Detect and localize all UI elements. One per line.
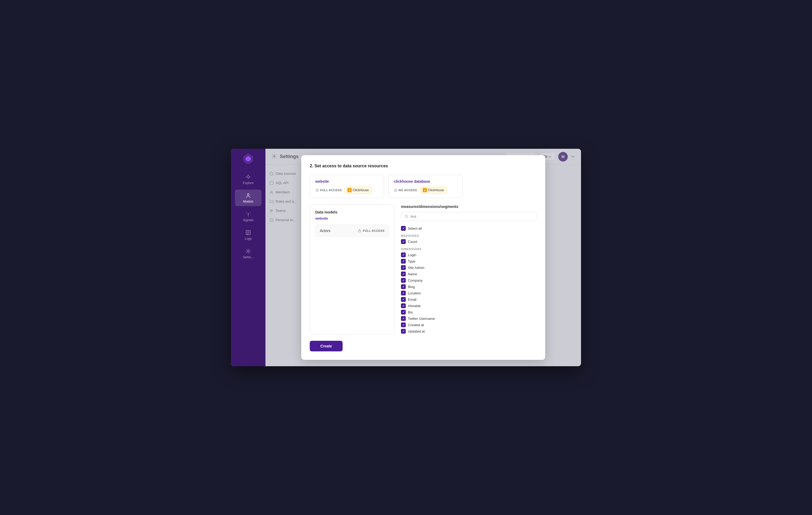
location-check-icon [401,291,406,295]
created-at-check-icon [401,322,406,327]
count-check-icon [401,239,406,244]
app-window: Explore Models Signals [231,149,581,366]
model-access-badge: FULL ACCESS [358,229,384,233]
sidebar-item-logs[interactable]: Logs [235,227,261,243]
svg-point-7 [248,250,249,252]
measures-search-input[interactable] [410,214,533,219]
datasource-name-website: website [315,179,378,183]
sidebar-item-signals[interactable]: Signals [235,208,261,225]
bottom-section: Data models website Actors FULL ACCESS [310,204,537,335]
checkbox-bio[interactable]: Bio [401,309,537,315]
hireable-check-icon [401,304,406,308]
updated-at-check-icon [401,329,406,334]
svg-rect-18 [358,230,361,232]
svg-rect-17 [395,190,397,192]
sidebar-item-label: Models [243,200,254,203]
clickhouse-icon-2: ▲ [423,188,427,192]
checkbox-site-admin[interactable]: Site Admin [401,264,537,271]
measures-title: measures/dimensions/segments [401,204,537,209]
sidebar-item-label: Signals [243,218,253,222]
select-all-checkbox[interactable]: Select all [401,225,537,231]
measures-search-box[interactable] [401,212,537,221]
settings-icon [245,248,252,254]
no-access-badge: NO ACCESS [394,188,417,192]
type-check-icon [401,259,406,264]
explore-icon [245,174,252,180]
model-name: Actors [320,229,330,233]
datasource-access-clickhouse: NO ACCESS ▲ ClickHouse [394,187,457,194]
modal-overlay: 2. Set access to data source resources w… [265,149,581,366]
sidebar-item-label: Settin... [243,255,254,259]
bio-check-icon [401,310,406,315]
data-models-panel: Data models website Actors FULL ACCESS [310,204,395,335]
name-check-icon [401,271,406,276]
lock-icon [315,188,319,192]
svg-point-4 [248,194,249,195]
page-content: Data sources SQL API Members Roles and a… [265,165,581,366]
datasource-name-clickhouse: clickhouse database [394,179,457,183]
site-admin-check-icon [401,265,406,270]
search-icon [404,214,408,219]
app-logo[interactable] [242,153,254,165]
ch-badge-clickhouse[interactable]: ▲ ClickHouse [420,187,447,194]
checkbox-login[interactable]: Login [401,252,537,258]
model-row-actors[interactable]: Actors FULL ACCESS [315,225,389,237]
sidebar: Explore Models Signals [231,149,265,366]
checkbox-name[interactable]: Name [401,271,537,277]
checkbox-updated-at[interactable]: Updated at [401,328,537,335]
checkbox-twitter-username[interactable]: Twitter Username [401,315,537,322]
twitter-check-icon [401,316,406,321]
checkbox-company[interactable]: Company [401,277,537,284]
lock-no-access-icon [394,188,398,192]
create-button[interactable]: Create [310,341,343,351]
blog-check-icon [401,284,406,289]
ch-badge-website[interactable]: ▲ ClickHouse [345,187,372,194]
checkbox-blog[interactable]: Blog [401,284,537,290]
datasource-card-clickhouse: clickhouse database NO ACCESS ▲ ClickHou… [388,175,463,198]
signals-icon [245,211,252,217]
checkbox-type[interactable]: Type [401,258,537,264]
company-check-icon [401,278,406,283]
models-icon [245,192,252,199]
checkbox-email[interactable]: Email [401,296,537,303]
model-lock-icon [358,229,361,233]
checkbox-count[interactable]: Count [401,238,537,245]
full-access-badge: FULL ACCESS [315,188,342,192]
email-check-icon [401,297,406,302]
svg-point-3 [247,176,249,178]
sidebar-item-models[interactable]: Models [235,190,261,206]
svg-rect-16 [316,190,318,192]
login-check-icon [401,253,406,257]
measures-panel: measures/dimensions/segments Select all [401,204,537,335]
datasource-access-website: FULL ACCESS ▲ ClickHouse [315,187,378,194]
datasources-row: website FULL ACCESS ▲ ClickHouse [310,175,537,198]
measures-section-label: MEASURES [401,234,537,237]
datasource-card-website: website FULL ACCESS ▲ ClickHouse [310,175,384,198]
sidebar-item-settings[interactable]: Settin... [235,245,261,262]
checkbox-created-at[interactable]: Created at [401,322,537,328]
data-models-link[interactable]: website [315,217,389,220]
logs-icon [245,229,252,236]
checkbox-location[interactable]: Location [401,290,537,296]
sidebar-item-label: Explore [243,181,254,185]
clickhouse-icon: ▲ [347,188,352,192]
modal-dialog: 2. Set access to data source resources w… [301,155,545,360]
modal-title: 2. Set access to data source resources [310,164,537,168]
checkbox-hireable[interactable]: Hireable [401,303,537,309]
data-models-title: Data models [315,210,389,214]
main-content: Settings Create now EN M Data sourc [265,149,581,366]
sidebar-item-label: Logs [245,237,252,240]
svg-point-5 [248,216,249,217]
dimensions-section-label: DIMENSIONS [401,248,537,251]
sidebar-item-explore[interactable]: Explore [235,171,261,188]
select-all-check-icon [401,226,406,231]
